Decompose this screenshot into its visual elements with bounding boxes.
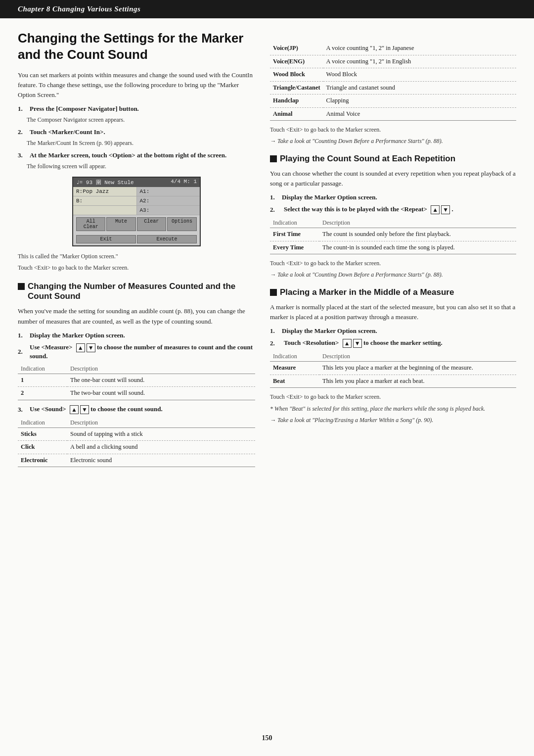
step-num-1: 1. [18,105,28,113]
table-row: Measure This lets you place a marker at … [270,362,516,375]
step2-3-arrows: ▲ ▼ [70,405,89,414]
screen-cell-r3-left [73,206,137,215]
screen-btn-options: Options [167,217,197,231]
screen-caption-2: Touch <Exit> to go back to the Marker sc… [18,264,255,272]
table-row: Electronic Electronic sound [18,454,255,467]
step2-1-text: Display the Marker Option screen. [30,331,125,339]
page-title: Changing the Settings for the Marker and… [18,30,255,62]
step-num-3: 3. [18,151,28,159]
screen-topbar: ♩= 93 圍 New Stule 4/4 M: 1 [73,178,200,187]
table-row: Beat This lets you place a marker at eac… [270,375,516,388]
step2-3-text: Use <Sound> [30,405,66,413]
note-exit-3: Touch <Exit> to go back to the Marker sc… [270,393,516,401]
table4-col-indication: Indication [270,218,319,228]
left-column: Changing the Settings for the Marker and… [18,18,255,472]
table3r-desc-animal: Animal Voice [323,107,516,121]
down-arrow-icon-3: ▼ [441,205,450,214]
step3-2-text: Select the way this is to be played with… [284,205,427,213]
section3-body: You can choose whether the count is soun… [270,169,516,189]
table5-ind-beat: Beat [270,375,319,388]
table-row: 2 The two-bar count will sound. [18,387,255,400]
section4-body: A marker is normally placed at the start… [270,302,516,322]
table4-desc-everytime: The count-in is sounded each time the so… [319,241,516,254]
step4-2: 2. Touch <Resolution> ▲ ▼ to choose the … [270,339,516,348]
screen-btn-clear: Clear [137,217,166,231]
screen-btn-allclear: All Clear [76,217,105,231]
table3r-ind-handclap: Handclap [270,94,323,108]
step3-num-2: 2. [270,206,280,214]
step-2-text: Touch <Marker/Count In>. [30,128,105,136]
step-3-sub: The following screen will appear. [27,162,255,171]
screen-buttons-row2: Exit Execute [73,233,200,245]
step-3: 3. At the Marker screen, touch <Option> … [18,151,255,171]
page-number: 150 [262,734,272,742]
step4-1-text: Display the Marker Option screen. [282,327,377,335]
screen-cell-r3-right: A3: [137,206,200,215]
table-row: Voice(ENG) A voice counting "1, 2" in En… [270,55,516,68]
square-bullet-4 [270,289,277,296]
square-bullet-2 [18,283,25,290]
up-arrow-icon: ▲ [76,343,85,352]
step3-1: 1. Display the Marker Option screen. [270,193,516,201]
down-arrow-icon-4: ▼ [353,339,362,348]
arrow-ref-2: Take a look at "Counting Down Before a P… [270,271,516,279]
step4-num-2: 2. [270,339,280,347]
screen-btn-mute: Mute [106,217,135,231]
step2-2-text: Use <Measure> [30,343,72,351]
step4-2-rest: to choose the marker setting. [363,339,443,346]
screen-row-1: R:Pop Jazz A1: [73,187,200,196]
step4-2-arrows: ▲ ▼ [343,339,362,348]
table3r-desc-handclap: Clapping [323,94,516,108]
step-1-text: Press the [Composer Navigator] button. [30,105,139,113]
intro-text: You can set markers at points within mea… [18,70,255,100]
table-row: Handclap Clapping [270,94,516,108]
table3r-ind-woodblock: Wood Block [270,68,323,82]
screen-btn-execute: Execute [137,235,197,243]
table3r-desc-voiceeng: A voice counting "1, 2" in English [323,55,516,68]
table2-ind-2: 2 [18,387,67,400]
table4-ind-firsttime: First Time [270,228,319,241]
step4-1: 1. Display the Marker Option screen. [270,327,516,335]
table5-desc-beat: This lets you place a marker at each bea… [319,375,516,388]
table-row: Sticks Sound of tapping with a stick [18,427,255,441]
section2-title: Changing the Number of Measures Counted … [28,282,255,301]
table-row: Wood Block Wood Block [270,68,516,82]
table4-col-description: Description [319,218,516,228]
step3-num-1: 1. [270,193,280,201]
table3r-desc-voicejp: A voice counting "1, 2" in Japanese [323,42,516,55]
chapter-bar: Chapter 8 Changing Various Settings [0,0,534,18]
table3r-desc-woodblock: Wood Block [323,68,516,82]
step4-2-text: Touch <Resolution> [284,339,339,346]
table3r-ind-voiceeng: Voice(ENG) [270,55,323,68]
down-arrow-icon-2: ▼ [80,405,89,414]
table3-desc-click: A bell and a clicking sound [67,441,255,454]
table2-col-indication: Indication [18,364,67,374]
table5-desc-measure: This lets you place a marker at the begi… [319,362,516,375]
page: Chapter 8 Changing Various Settings Chan… [0,0,534,756]
arrow-ref-3-text: Take a look at "Placing/Erasing a Marker… [277,417,433,424]
table2-ind-1: 1 [18,374,67,387]
step-2: 2. Touch <Marker/Count In>. The Marker/C… [18,128,255,147]
step-1-sub: The Composer Navigator screen appears. [27,116,255,124]
screen-row-3: A3: [73,206,200,215]
table3-col-indication: Indication [18,418,67,428]
step-3-text: At the Marker screen, touch <Option> at … [30,151,226,159]
table4-desc-firsttime: The count is sounded only before the fir… [319,228,516,241]
down-arrow-icon: ▼ [87,343,95,352]
table3-ind-sticks: Sticks [18,427,67,441]
step-1: 1. Press the [Composer Navigator] button… [18,105,255,124]
section3-heading: Playing the Count Sound at Each Repetiti… [270,154,516,164]
note-star: * When "Beat" is selected for this setti… [270,405,516,413]
table3r-ind-animal: Animal [270,107,323,121]
step2-num-3: 3. [18,406,28,414]
table-row: First Time The count is sounded only bef… [270,228,516,241]
table2-desc-2: The two-bar count will sound. [67,387,255,400]
table3-ind-click: Click [18,441,67,454]
up-arrow-icon-3: ▲ [431,205,440,214]
note-star-text: When "Beat" is selected for this setting… [274,405,485,412]
arrow-ref-3: Take a look at "Placing/Erasing a Marker… [270,416,516,425]
section3-title: Playing the Count Sound at Each Repetiti… [280,154,455,164]
step2-num-1: 1. [18,331,28,339]
table3-col-description: Description [67,418,255,428]
step2-2: 2. Use <Measure> ▲ ▼ to choose the numbe… [18,343,255,360]
